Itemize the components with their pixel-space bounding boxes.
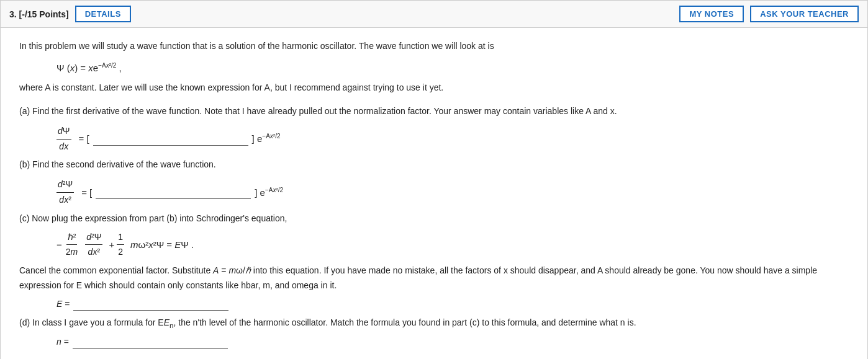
part-a-equals: = [ — [79, 131, 89, 147]
part-b-input[interactable] — [96, 186, 251, 199]
part-a-fraction: dΨ dx — [57, 124, 71, 154]
intro-text: In this problem we will study a wave fun… — [19, 39, 849, 54]
n-input[interactable] — [73, 336, 228, 349]
schrodinger-d2-denom: dx² — [87, 245, 101, 260]
part-a-numerator: dΨ — [57, 124, 71, 140]
schrodinger-plus: + — [109, 237, 114, 253]
wave-function-text: Ψ (x) = xe−Ax²/2 , — [57, 63, 122, 73]
schrodinger-equation: − ℏ² 2m d²Ψ dx² + 1 2 mω²x²Ψ = EΨ . — [57, 230, 849, 260]
page-wrapper: 3. [-/15 Points] DETAILS MY NOTES ASK YO… — [0, 0, 868, 359]
part-d-pre: (d) In class I gave you a formula for E — [19, 317, 164, 327]
cancel-text-1: Cancel the common exponential factor. Su… — [19, 265, 213, 275]
content-area: In this problem we will study a wave fun… — [1, 28, 867, 359]
part-b-fraction: d²Ψ dx² — [57, 177, 74, 208]
schrodinger-hbar-fraction: ℏ² 2m — [65, 230, 79, 260]
details-button[interactable]: DETAILS — [75, 6, 131, 22]
part-c-label: (c) Now plug the expression from part (b… — [19, 211, 849, 226]
header: 3. [-/15 Points] DETAILS MY NOTES ASK YO… — [1, 1, 867, 28]
schrodinger-hbar-numer: ℏ² — [66, 230, 78, 246]
schrodinger-half-numer: 1 — [117, 230, 124, 246]
part-d-text: (d) In class I gave you a formula for EE… — [19, 316, 849, 332]
part-a-denominator: dx — [58, 140, 70, 154]
part-b-denominator: dx² — [58, 193, 72, 208]
e-label: E = — [57, 297, 70, 312]
part-b-numerator: d²Ψ — [57, 177, 74, 193]
part-d-E: E — [164, 317, 170, 327]
schrodinger-half-denom: 2 — [117, 245, 124, 260]
part-d-post: , the n'th level of the harmonic oscilla… — [173, 317, 636, 327]
where-text: where A is constant. Later we will use t… — [19, 81, 849, 95]
schrodinger-half-fraction: 1 2 — [117, 230, 124, 260]
schrodinger-d2-fraction: d²Ψ dx² — [85, 230, 102, 260]
part-a-bracket-close: ] e−Ax²/2 — [252, 131, 281, 147]
cancel-equals: = mω/ℏ — [219, 265, 250, 275]
e-input[interactable] — [73, 298, 228, 311]
header-left: 3. [-/15 Points] DETAILS — [9, 6, 679, 22]
part-b-equals: = [ — [81, 185, 92, 201]
schrodinger-minus: − — [57, 237, 62, 253]
schrodinger-hbar-denom: 2m — [65, 245, 79, 260]
schrodinger-rest: mω²x²Ψ = EΨ . — [130, 237, 194, 253]
schrodinger-d2-numer: d²Ψ — [85, 230, 102, 246]
n-label: n = — [57, 335, 69, 350]
ask-teacher-button[interactable]: ASK YOUR TEACHER — [750, 6, 859, 22]
my-notes-button[interactable]: MY NOTES — [679, 6, 744, 22]
part-a-label: (a) Find the first derivative of the wav… — [19, 104, 849, 119]
problem-label: 3. [-/15 Points] — [9, 9, 69, 19]
cancel-text: Cancel the common exponential factor. Su… — [19, 264, 849, 293]
part-b-bracket-close: ] e−Ax²/2 — [255, 185, 283, 201]
wave-function-formula: Ψ (x) = xe−Ax²/2 , — [57, 60, 849, 76]
e-row: E = — [57, 297, 849, 312]
header-right: MY NOTES ASK YOUR TEACHER — [679, 6, 859, 22]
part-b-label: (b) Find the second derivative of the wa… — [19, 157, 849, 172]
n-row: n = — [57, 335, 849, 350]
part-a-input-row: dΨ dx = [ ] e−Ax²/2 — [57, 124, 849, 154]
part-a-input[interactable] — [93, 133, 248, 146]
part-b-input-row: d²Ψ dx² = [ ] e−Ax²/2 — [57, 177, 849, 208]
